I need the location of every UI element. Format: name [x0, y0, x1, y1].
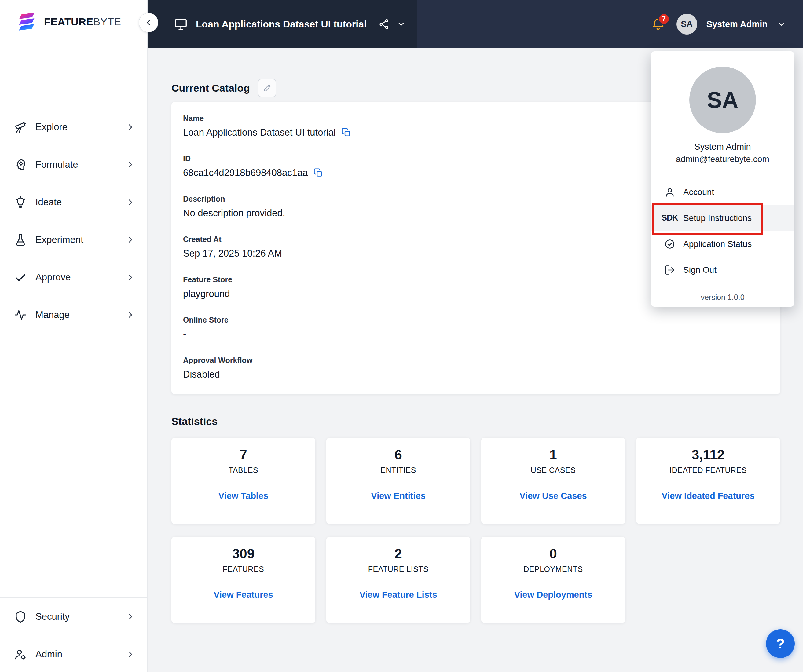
field-online-store: Online Store -	[183, 315, 768, 340]
field-value: playground	[183, 288, 230, 300]
view-tables-link[interactable]: View Tables	[218, 491, 268, 501]
view-ideated-features-link[interactable]: View Ideated Features	[662, 491, 754, 501]
sidebar-item-label: Explore	[36, 122, 68, 133]
sidebar-item-explore[interactable]: Explore	[0, 108, 147, 146]
stat-card-feature-lists: 2 FEATURE LISTS View Feature Lists	[326, 537, 470, 623]
field-value: Disabled	[183, 368, 220, 381]
chevron-right-icon	[126, 235, 135, 244]
stat-card-features: 309 FEATURES View Features	[171, 537, 315, 623]
user-menu-name: System Admin	[651, 142, 795, 152]
sidebar-item-label: Approve	[36, 272, 71, 283]
page-title: Current Catalog	[171, 82, 250, 94]
stat-card-deployments: 0 DEPLOYMENTS View Deployments	[481, 537, 625, 623]
stat-value: 7	[171, 447, 315, 463]
divider	[182, 482, 304, 482]
field-value: No description provided.	[183, 207, 285, 219]
chevron-right-icon	[126, 273, 135, 282]
copy-icon[interactable]	[341, 128, 351, 138]
view-deployments-link[interactable]: View Deployments	[514, 590, 592, 600]
copy-icon[interactable]	[314, 168, 323, 178]
chevron-right-icon	[126, 198, 135, 207]
pencil-icon	[263, 84, 271, 92]
user-icon	[664, 187, 676, 198]
telescope-icon	[14, 121, 27, 133]
view-features-link[interactable]: View Features	[214, 590, 273, 600]
menu-item-label: Sign Out	[683, 265, 717, 275]
user-dropdown-menu: SA System Admin admin@featurebyte.com Ac…	[651, 51, 795, 307]
menu-item-label: Account	[683, 187, 714, 197]
field-approval-workflow: Approval Workflow Disabled	[183, 355, 768, 381]
menu-item-label: Setup Instructions	[683, 213, 752, 223]
catalog-title: Loan Applications Dataset UI tutorial	[196, 19, 367, 30]
catalog-chevron-down-icon[interactable]	[397, 19, 406, 29]
divider	[647, 482, 769, 482]
flask-icon	[14, 234, 27, 246]
brand-text: FEATUREBYTE	[44, 16, 121, 28]
field-value: Loan Applications Dataset UI tutorial	[183, 127, 336, 139]
stat-card-ideated-features: 3,112 IDEATED FEATURES View Ideated Feat…	[636, 438, 780, 524]
activity-icon	[14, 308, 27, 321]
topbar-user-section: 7 SA System Admin	[418, 0, 803, 48]
sidebar-item-admin[interactable]: Admin	[0, 635, 147, 672]
chevron-right-icon	[126, 160, 135, 169]
menu-item-application-status[interactable]: Application Status	[651, 231, 795, 257]
user-menu-email: admin@featurebyte.com	[651, 154, 795, 164]
field-value: 68ca1c4d2918b698408ac1aa	[183, 167, 308, 179]
chevron-right-icon	[126, 612, 135, 621]
stat-value: 3,112	[636, 447, 780, 463]
sign-out-icon	[664, 265, 676, 276]
menu-item-account[interactable]: Account	[651, 179, 795, 205]
divider	[337, 581, 459, 581]
chevron-right-icon	[126, 122, 135, 131]
sidebar-item-label: Experiment	[36, 234, 83, 245]
check-icon	[14, 271, 27, 284]
sidebar-item-label: Admin	[36, 649, 62, 660]
user-avatar[interactable]: SA	[676, 14, 697, 34]
view-entities-link[interactable]: View Entities	[371, 491, 425, 501]
field-label: Approval Workflow	[183, 355, 768, 365]
divider	[337, 482, 459, 482]
stat-value: 1	[481, 447, 625, 463]
view-use-cases-link[interactable]: View Use Cases	[519, 491, 587, 501]
view-feature-lists-link[interactable]: View Feature Lists	[359, 590, 437, 600]
stat-value: 309	[171, 546, 315, 562]
share-icon[interactable]	[378, 18, 390, 30]
menu-item-sign-out[interactable]: Sign Out	[651, 257, 795, 283]
sidebar-item-formulate[interactable]: Formulate	[0, 146, 147, 183]
topbar: Loan Applications Dataset UI tutorial 7 …	[148, 0, 803, 48]
chevron-left-icon	[144, 18, 153, 27]
sidebar-item-ideate[interactable]: Ideate	[0, 183, 147, 221]
divider	[492, 482, 614, 482]
statistics-heading: Statistics	[171, 416, 780, 427]
stat-label: TABLES	[171, 466, 315, 475]
sidebar-bottom-nav: Security Admin	[0, 597, 147, 672]
chevron-right-icon	[126, 650, 135, 659]
sidebar-item-approve[interactable]: Approve	[0, 258, 147, 296]
sidebar-item-label: Security	[36, 611, 70, 622]
divider	[182, 581, 304, 581]
sidebar-item-manage[interactable]: Manage	[0, 296, 147, 334]
user-menu-chevron-down-icon[interactable]	[777, 19, 786, 29]
user-name[interactable]: System Admin	[706, 19, 767, 29]
check-circle-icon	[664, 239, 676, 250]
sidebar-collapse-button[interactable]	[139, 13, 158, 32]
notifications-button[interactable]: 7	[652, 18, 665, 31]
menu-item-label: Application Status	[683, 239, 752, 249]
user-menu-avatar: SA	[689, 67, 756, 133]
stat-card-entities: 6 ENTITIES View Entities	[326, 438, 470, 524]
shield-icon	[14, 610, 27, 623]
featurebyte-logo-icon	[16, 10, 39, 33]
stat-value: 0	[481, 546, 625, 562]
user-menu-list: Account SDK Setup Instructions Applicati…	[651, 176, 795, 286]
field-label: Online Store	[183, 315, 768, 325]
sidebar-item-label: Manage	[36, 309, 70, 320]
sidebar-item-security[interactable]: Security	[0, 598, 147, 635]
lightbulb-icon	[14, 196, 27, 209]
menu-item-sdk-setup-instructions[interactable]: SDK Setup Instructions	[651, 205, 795, 231]
stat-label: FEATURE LISTS	[326, 565, 470, 574]
edit-catalog-button[interactable]	[258, 79, 276, 97]
stat-label: ENTITIES	[326, 466, 470, 475]
help-button[interactable]: ?	[766, 629, 795, 658]
sdk-icon: SDK	[664, 213, 676, 223]
sidebar-item-experiment[interactable]: Experiment	[0, 221, 147, 258]
